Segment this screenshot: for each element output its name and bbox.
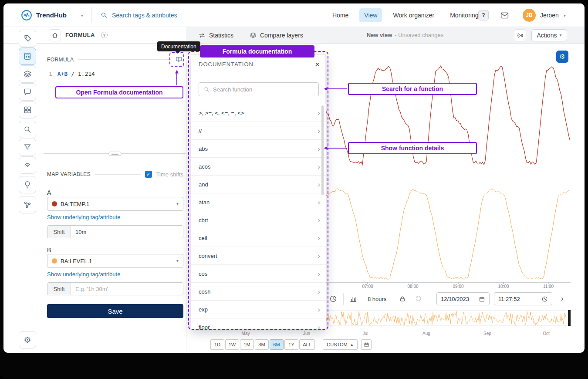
function-search-input[interactable] [213,86,314,93]
global-search[interactable]: Search tags & attributes [100,3,177,27]
editor-resize-handle[interactable] [108,152,122,156]
fingerprint-icon [23,161,32,169]
nav-view[interactable]: View [359,8,382,22]
lock-icon[interactable] [399,295,406,302]
statistics-label: Statistics [209,32,233,39]
time-input[interactable]: 11:27:52 [494,292,552,305]
sidebar-tags-button[interactable] [19,30,36,47]
nav-monitoring[interactable]: Monitoring [445,8,483,22]
callout-text: Search for a function [382,85,443,92]
sidebar-filter-button[interactable] [19,139,36,156]
range-3m-button[interactable]: 3M [255,339,269,350]
scrollbar[interactable] [321,105,324,195]
compare-layers-label: Compare layers [260,32,303,39]
variable-b-select[interactable]: BA:LEVEL.1 ▾ [47,254,183,268]
sidebar-context-button[interactable] [19,196,36,213]
function-list-item[interactable]: cos› [191,265,326,283]
overview-strip[interactable] [326,310,571,326]
range-1d-button[interactable]: 1D [210,339,224,350]
trend-bars-icon[interactable] [349,295,357,303]
x-tick-label: 10:00 [494,284,513,289]
search-icon [23,125,32,134]
trend-chart[interactable] [326,44,571,288]
help-button[interactable]: ? [478,10,489,20]
nav-work-organizer[interactable]: Work organizer [388,8,439,22]
function-list-item[interactable]: atan› [191,193,326,211]
sidebar-search-button[interactable] [19,121,36,138]
sidebar-dashboard-button[interactable] [19,101,36,118]
date-input[interactable]: 12/10/2023 [436,292,490,305]
open-documentation-button[interactable] [175,56,182,63]
range-6m-button[interactable]: 6M [270,339,284,350]
chevron-right-icon: › [318,324,320,329]
sidebar-layers-button[interactable] [19,65,36,83]
avatar[interactable]: JB [523,9,536,22]
range-all-button[interactable]: ALL [299,339,315,350]
documentation-icon [175,56,182,63]
compare-layers-button[interactable]: Compare layers [246,29,307,41]
sidebar-comments-button[interactable] [19,83,36,101]
handle-line [112,154,118,155]
range-1m-button[interactable]: 1M [240,339,254,350]
user-name[interactable]: Jeroen [540,3,559,27]
function-list-item[interactable]: floor› [191,318,326,329]
chevron-down-icon: ▾ [176,259,179,263]
show-underlying-link-a[interactable]: Show underlying tag/attribute [47,214,120,220]
formula-editor[interactable]: 1 A+B / 1.214 [44,67,186,153]
close-icon[interactable]: × [315,60,320,68]
show-underlying-link-b[interactable]: Show underlying tag/attribute [47,271,120,277]
shift-a-input[interactable] [71,226,183,238]
function-list-item[interactable]: >, >=, <, <=, =, <>› [191,104,326,122]
live-mode-button[interactable] [514,29,526,41]
function-list-item[interactable]: exp› [191,301,326,318]
clock-icon[interactable] [329,295,337,303]
chevron-right-icon: › [318,109,320,117]
variable-a-color-dot [52,201,57,206]
statistics-button[interactable]: Statistics [195,29,237,41]
chevron-right-icon: › [318,288,320,295]
home-button[interactable] [49,29,61,41]
home-icon [51,32,58,39]
function-list-item[interactable]: and› [191,176,326,193]
function-list-item[interactable]: cosh› [191,283,326,301]
time-shifts-checkbox[interactable]: ✓ [145,171,152,178]
function-list-item[interactable]: //› [191,122,326,140]
chevron-down-icon: ▾ [176,202,179,206]
trendhub-logo [21,10,32,21]
range-1w-button[interactable]: 1W [225,339,239,350]
sidebar-recommendations-button[interactable] [19,176,36,193]
duration-label[interactable]: 8 hours [368,292,386,306]
chevron-right-icon: › [318,127,320,135]
custom-range-picker-button[interactable] [361,339,372,350]
history-icon[interactable] [415,295,422,302]
save-button[interactable]: Save [47,304,183,318]
overview-right-handle[interactable] [568,310,571,326]
sidebar-formula-button[interactable] [19,47,36,65]
help-icon[interactable]: ? [101,32,108,38]
function-name: acos [199,163,210,170]
step-forward-button[interactable]: › [561,292,564,306]
function-list-item[interactable]: cbrt› [191,211,326,229]
function-list-item[interactable]: ceil› [191,229,326,247]
custom-range-button[interactable]: CUSTOM ▲ [323,339,358,350]
brand-block[interactable]: TrendHub [21,3,67,27]
range-1y-button[interactable]: 1Y [284,339,298,350]
workspace-caret-icon[interactable]: ▾ [81,14,83,18]
chevron-right-icon: › [318,306,320,313]
actions-button[interactable]: Actions ▾ [531,29,567,41]
function-list-item[interactable]: abs› [191,140,326,158]
sidebar-fingerprint-button[interactable] [19,156,36,174]
chevron-right-icon: › [318,145,320,152]
swap-arrows-icon [198,32,206,39]
user-caret-icon[interactable]: ▾ [564,14,566,18]
function-list-item[interactable]: acos› [191,158,326,176]
nav-home[interactable]: Home [328,8,353,22]
calendar-icon [479,296,485,302]
gear-icon: ⚙ [559,53,565,61]
function-list-item[interactable]: convert› [191,247,326,265]
function-name: atan [199,199,210,206]
callout-text: Open Formula documentation [76,89,162,96]
chart-settings-button[interactable]: ⚙ [556,51,568,63]
variable-a-select[interactable]: BA:TEMP.1 ▾ [47,197,183,211]
mail-icon[interactable] [500,11,509,20]
